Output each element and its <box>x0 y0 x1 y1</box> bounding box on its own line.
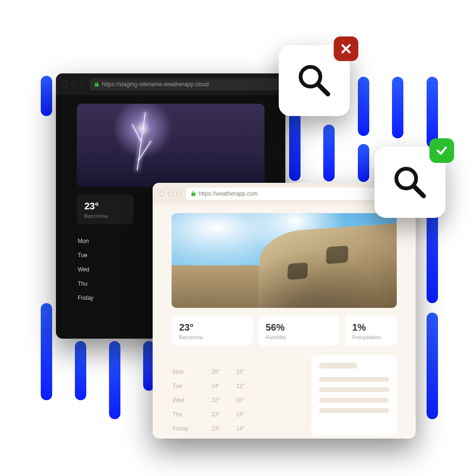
stat-card-location: 23° Barcelona <box>77 194 134 225</box>
traffic-lights[interactable] <box>159 191 182 197</box>
browser-window-production: https://weatherapp.com 23° Barcelona 56%… <box>153 183 416 439</box>
humidity-label: Humidity <box>266 334 332 340</box>
table-row: Thu 23° 15° <box>172 407 303 422</box>
skeleton-line <box>319 398 389 403</box>
stat-card-humidity: 56% Humidity <box>258 315 339 346</box>
traffic-lights[interactable] <box>63 82 85 87</box>
sidebar-card <box>311 355 397 436</box>
maximize-icon[interactable] <box>80 82 85 87</box>
search-result-badge-noindex <box>279 45 350 116</box>
hero-image-lightning <box>77 104 264 187</box>
search-icon <box>295 62 333 99</box>
check-icon <box>436 144 448 157</box>
forecast-table: Mon 26° 15° Tue 24° 12° Wed 22° 10° Thu … <box>172 365 303 436</box>
table-row: Wed 22° 10° <box>172 393 303 407</box>
lock-icon <box>191 191 196 197</box>
minimize-icon[interactable] <box>71 82 76 87</box>
precipitation-value: 1% <box>352 322 389 333</box>
x-icon <box>340 43 352 55</box>
titlebar: https://staging-sitename.weatherapp.clou… <box>56 73 285 95</box>
search-result-badge-indexed <box>374 147 446 218</box>
stat-card-location: 23° Barcelona <box>172 315 253 346</box>
temperature-value: 23° <box>179 322 245 333</box>
close-icon[interactable] <box>63 82 68 87</box>
skeleton-line <box>319 408 389 413</box>
table-row: Mon 26° 15° <box>172 365 303 379</box>
address-bar[interactable]: https://staging-sitename.weatherapp.clou… <box>90 78 279 90</box>
minimize-icon[interactable] <box>168 191 173 197</box>
skeleton-line <box>319 363 357 368</box>
search-icon <box>391 163 429 201</box>
skeleton-line <box>319 377 389 382</box>
table-row: Tue 24° 12° <box>172 379 303 393</box>
url-text: https://staging-sitename.weatherapp.clou… <box>102 81 209 88</box>
table-row: Friday 23° 14° <box>172 422 303 436</box>
svg-line-3 <box>414 186 424 196</box>
skeleton-line <box>319 387 389 392</box>
location-label: Barcelona <box>179 334 245 340</box>
temperature-value: 23° <box>84 201 126 212</box>
status-badge-ok <box>429 138 454 163</box>
stat-card-precipitation: 1% Precipitation <box>345 315 397 346</box>
lock-icon <box>94 81 99 87</box>
status-badge-fail <box>334 36 358 61</box>
close-icon[interactable] <box>159 191 164 197</box>
maximize-icon[interactable] <box>176 191 182 197</box>
humidity-value: 56% <box>266 322 332 333</box>
precipitation-label: Precipitation <box>352 334 389 340</box>
hero-image-building <box>172 213 397 308</box>
location-label: Barcelona <box>84 213 126 219</box>
svg-line-1 <box>318 84 328 94</box>
url-text: https://weatherapp.com <box>199 190 258 197</box>
